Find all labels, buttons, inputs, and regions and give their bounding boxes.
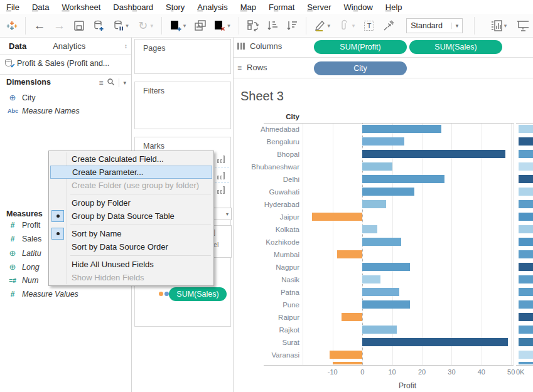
sales-bar-bhubaneshwar[interactable] [519,162,533,171]
measure-item[interactable]: #Sales [8,235,41,243]
sales-bar-hyderabad[interactable] [519,200,533,208]
highlight-icon[interactable] [312,18,328,34]
sales-bar-nagpur[interactable] [519,263,533,271]
profit-bar-jaipur[interactable] [312,213,363,221]
marks-all-chart-icon[interactable] [217,154,230,163]
filters-card[interactable]: Filters [134,82,231,129]
menu-dashboard[interactable]: Dashboard [107,1,159,13]
dimension-item[interactable]: ⊕City [8,93,36,102]
sales-bar-rajkot[interactable] [519,326,533,334]
find-field-icon[interactable] [107,78,115,88]
menu-item-group-by-folder[interactable]: Group by Folder [50,196,212,209]
measure-item[interactable]: #Profit [8,221,40,230]
profit-bar-varanasi[interactable] [330,351,362,359]
profit-bar-rajkot[interactable] [362,326,397,334]
menu-item-sort-by-name[interactable]: Sort by Name [50,227,212,240]
new-worksheet-icon[interactable] [168,18,183,34]
menu-item-hide-all-unused-fields[interactable]: Hide All Unused Fields [50,258,212,271]
dimension-item[interactable]: AbcMeasure Names [8,107,80,115]
data-source-item[interactable]: ✔ Profit & Sales (Profit and... [5,59,109,68]
menu-item-create-calculated-field[interactable]: Create Calculated Field... [50,152,212,166]
sales-bar-raipur[interactable] [519,313,533,321]
sales-bar-surat[interactable] [519,338,533,346]
tab-analytics[interactable]: Analytics [44,39,94,55]
menu-help[interactable]: Help [379,1,409,13]
swap-rows-columns-icon[interactable] [245,18,261,34]
profit-bar-bhubaneshwar[interactable] [362,162,392,171]
measure-item[interactable]: =#Num [8,276,38,285]
profit-bar-raipur[interactable] [342,313,362,321]
sales-bar-nasik[interactable] [519,275,533,283]
pane-swap-icon[interactable]: ↕ [124,39,131,55]
profit-bar-ahmedabad[interactable] [362,125,441,133]
sales-bar-jaipur[interactable] [519,213,533,221]
profit-bar-surat[interactable] [362,338,508,346]
tab-data[interactable]: Data [0,39,35,55]
profit-bar-kolkata[interactable] [362,225,377,233]
menu-analysis[interactable]: Analysis [191,1,234,13]
menu-item-create-parameter[interactable]: Create Parameter... [50,166,212,179]
sales-bar-ahmedabad[interactable] [519,125,533,133]
sort-descending-icon[interactable] [284,18,300,34]
menu-data[interactable]: Data [26,1,55,13]
sales-bar-bhopal[interactable] [519,150,533,158]
menu-story[interactable]: Story [159,1,191,13]
sales-bar-bengaluru[interactable] [519,137,533,146]
pill-sum-sales-[interactable]: SUM(Sales) [409,40,502,54]
profit-bar-bhopal[interactable] [362,150,505,158]
pill-city[interactable]: City [314,61,407,75]
menu-format[interactable]: Format [262,1,301,13]
menu-file[interactable]: File [0,1,26,13]
profit-bar-patna[interactable] [362,288,399,296]
marks-sum-sales-pill[interactable]: SUM(Sales) [169,287,227,301]
profit-bar-bengaluru[interactable] [362,137,404,146]
clear-sheet-icon[interactable] [212,18,228,34]
presentation-mode-icon[interactable] [515,18,531,34]
profit-bar-nagpur[interactable] [362,263,410,271]
measure-item[interactable]: ⊕Long [8,262,40,272]
sales-bar-guwahati[interactable] [519,188,533,196]
sales-bar-patna[interactable] [519,288,533,296]
measure-item[interactable]: #Measure Values [8,290,78,299]
undo-icon[interactable]: ← [31,18,47,34]
pause-auto-updates-caret[interactable]: ▾ [126,23,132,29]
menu-worksheet[interactable]: Worksheet [55,1,107,13]
view-mode-dropdown[interactable]: Standard ▾ [406,18,463,33]
clear-sheet-caret[interactable]: ▾ [227,23,234,29]
sales-bar-kozhikode[interactable] [519,238,533,246]
save-icon[interactable] [71,18,87,34]
menu-item-sort-by-data-source-order[interactable]: Sort by Data Source Order [50,240,212,253]
pane-menu-caret[interactable]: ▾ [123,80,126,86]
profit-bar-nasik[interactable] [362,275,380,283]
redo-icon[interactable]: → [51,18,67,34]
highlight-caret[interactable]: ▾ [327,23,333,29]
view-data-icon[interactable]: ≡ [99,78,103,87]
sales-bar-varanasi[interactable] [519,351,533,359]
sales-bar-delhi[interactable] [519,175,533,183]
new-worksheet-caret[interactable]: ▾ [183,23,190,29]
pill-sum-profit-[interactable]: SUM(Profit) [314,40,407,54]
profit-bar-hyderabad[interactable] [362,200,386,208]
profit-bar-pune[interactable] [362,300,410,309]
marks-profit-chart-icon[interactable] [217,171,230,179]
profit-bar-guwahati[interactable] [362,188,414,196]
fix-axes-icon[interactable] [381,18,397,34]
show-me-caret[interactable]: ▾ [504,23,510,29]
sales-bar-pune[interactable] [519,300,533,309]
sort-ascending-icon[interactable] [264,18,280,34]
duplicate-sheet-icon[interactable] [192,18,208,34]
show-mark-labels-icon[interactable]: T [361,18,377,34]
sales-bar-kolkata[interactable] [519,225,533,233]
profit-bar-mumbai[interactable] [337,250,362,258]
menu-map[interactable]: Map [234,1,262,13]
profit-bar-kozhikode[interactable] [362,238,401,246]
profit-bar-delhi[interactable] [362,175,444,183]
sales-bar-mumbai[interactable] [519,250,533,258]
pause-auto-updates-icon[interactable] [110,18,126,34]
menu-window[interactable]: Window [338,1,379,13]
pages-card[interactable]: Pages [134,39,231,74]
menu-server[interactable]: Server [301,1,337,13]
measure-item[interactable]: ⊕Latitu [8,248,41,258]
menu-item-group-by-data-source-table[interactable]: Group by Data Source Table [50,209,212,223]
marks-sales-chart-icon[interactable] [217,185,230,194]
